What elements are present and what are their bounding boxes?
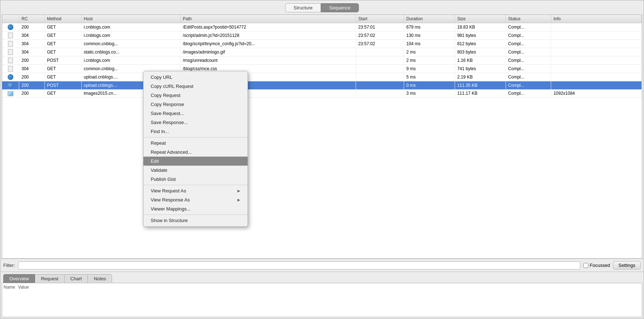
row-method-cell: GET	[44, 90, 81, 98]
menu-item[interactable]: Repeat Advanced...	[143, 148, 248, 157]
row-icon-cell	[2, 31, 19, 40]
row-info-cell	[551, 48, 642, 56]
row-path-cell: /EditPosts.aspx?postid=5014772	[180, 23, 356, 31]
row-start-cell	[356, 48, 404, 56]
request-table: RC Method Host Path Start Duration Size …	[2, 15, 642, 98]
menu-item-label: Viewer Mappings...	[151, 206, 190, 212]
focussed-checkbox[interactable]	[583, 263, 588, 268]
row-host-cell: common.cnblog...	[81, 40, 180, 48]
menu-divider	[143, 137, 248, 137]
col-header-host[interactable]: Host	[81, 15, 180, 23]
table-row[interactable]: 304GETcommon.cnblog.../blog/script/tinym…	[2, 40, 642, 48]
bottom-name-label: Name	[4, 285, 15, 290]
row-status-cell: Compl...	[506, 48, 551, 56]
row-duration-cell: 104 ms	[404, 40, 455, 48]
table-row[interactable]: 304GETi.cnblogs.com/script/admin.js?id=2…	[2, 31, 642, 40]
row-icon-cell	[2, 65, 19, 73]
row-path-cell: /msg/unreadcount	[180, 56, 356, 65]
menu-divider	[143, 214, 248, 215]
menu-item[interactable]: Show in Structure	[143, 216, 248, 225]
row-method-cell: GET	[44, 73, 81, 81]
row-status-cell: Compl...	[506, 81, 551, 90]
row-start-cell	[356, 56, 404, 65]
row-duration-cell: 130 ms	[404, 31, 455, 40]
filter-input[interactable]	[18, 261, 580, 269]
menu-item[interactable]: Edit	[143, 157, 248, 166]
row-icon-cell	[2, 23, 19, 31]
row-method-cell: GET	[44, 65, 81, 73]
menu-item[interactable]: Validate	[143, 166, 248, 175]
row-icon-cell	[2, 48, 19, 56]
menu-item-label: Repeat	[151, 140, 166, 146]
row-status-cell: Compl...	[506, 90, 551, 98]
row-size-cell: 111.35 KB	[455, 81, 506, 90]
col-header-info[interactable]: Info	[551, 15, 642, 23]
menu-item[interactable]: View Response As▶	[143, 195, 248, 204]
tab-sequence[interactable]: Sequence	[321, 3, 359, 12]
menu-item[interactable]: Save Response...	[143, 118, 248, 127]
row-size-cell: 812 bytes	[455, 40, 506, 48]
menu-item[interactable]: Viewer Mappings...	[143, 204, 248, 213]
doc-icon	[8, 41, 13, 47]
menu-item[interactable]: Find In...	[143, 127, 248, 136]
row-method-cell: GET	[44, 31, 81, 40]
table-row[interactable]: 200GETimages2015.cn.../blog/490781/20151…	[2, 90, 642, 98]
main-container: Structure Sequence RC Method	[0, 0, 644, 319]
filter-bar: Filter: Focussed Settings	[0, 259, 644, 272]
row-info-cell	[551, 31, 642, 40]
row-status-cell: Compl...	[506, 65, 551, 73]
row-rc-cell: 304	[19, 48, 44, 56]
row-status-cell: Compl...	[506, 31, 551, 40]
row-info-cell	[551, 56, 642, 65]
menu-item[interactable]: Copy Response	[143, 100, 248, 109]
doc-icon	[8, 33, 13, 38]
col-header-start[interactable]: Start	[356, 15, 404, 23]
col-header-duration[interactable]: Duration	[404, 15, 455, 23]
globe-icon	[8, 74, 13, 80]
bottom-panel: OverviewRequestChartNotes Name Value	[0, 272, 644, 319]
settings-button[interactable]: Settings	[613, 261, 641, 269]
row-start-cell	[356, 65, 404, 73]
row-duration-cell: 0 ms	[404, 81, 455, 90]
menu-item[interactable]: Copy Request	[143, 91, 248, 100]
col-header-rc[interactable]: RC	[19, 15, 44, 23]
menu-item[interactable]: View Request As▶	[143, 186, 248, 195]
col-header-path[interactable]: Path	[180, 15, 356, 23]
table-row[interactable]: 200GETi.cnblogs.com/EditPosts.aspx?posti…	[2, 23, 642, 31]
table-row[interactable]: 200GETupload.cnblogs..../ImageUploader/U…	[2, 73, 642, 81]
row-rc-cell: 304	[19, 31, 44, 40]
row-info-cell	[551, 65, 642, 73]
menu-item[interactable]: Copy cURL Request	[143, 82, 248, 91]
col-header-status[interactable]: Status	[506, 15, 551, 23]
table-row[interactable]: 304GETcommon.cnblog.../blog/css/mce.css9…	[2, 65, 642, 73]
row-size-cell: 741 bytes	[455, 65, 506, 73]
menu-item-label: Copy Response	[151, 102, 184, 107]
row-duration-cell: 5 ms	[404, 73, 455, 81]
col-header-size[interactable]: Size	[455, 15, 506, 23]
menu-item[interactable]: Save Request...	[143, 109, 248, 118]
bottom-tab-bar: OverviewRequestChartNotes	[0, 272, 644, 283]
tab-structure[interactable]: Structure	[285, 3, 321, 12]
bottom-tab-request[interactable]: Request	[35, 274, 64, 283]
row-rc-cell: 200	[19, 23, 44, 31]
menu-item[interactable]: Repeat	[143, 139, 248, 148]
img-icon	[8, 91, 13, 96]
row-duration-cell: 679 ms	[404, 23, 455, 31]
menu-item[interactable]: Copy URL	[143, 73, 248, 82]
row-start-cell: 23:57:02	[356, 31, 404, 40]
table-row[interactable]: 304GETstatic.cnblogs.co.../images/adminl…	[2, 48, 642, 56]
menu-item[interactable]: Publish Gist	[143, 175, 248, 184]
bottom-tab-notes[interactable]: Notes	[88, 274, 112, 283]
col-header-method[interactable]: Method	[44, 15, 81, 23]
row-duration-cell: 3 ms	[404, 90, 455, 98]
menu-item-label: Find In...	[151, 129, 169, 134]
row-info-cell: 1092x1084	[551, 90, 642, 98]
bottom-tab-overview[interactable]: Overview	[3, 274, 35, 283]
menu-item-label: View Response As	[151, 197, 190, 203]
bottom-tab-chart[interactable]: Chart	[65, 274, 88, 283]
submenu-arrow-icon: ▶	[237, 198, 240, 202]
table-row[interactable]: 200POSTi.cnblogs.com/msg/unreadcount2 ms…	[2, 56, 642, 65]
top-tab-bar: Structure Sequence	[0, 0, 644, 14]
table-row[interactable]: 200POSTupload.cnblogs..../imageuploader/…	[2, 81, 642, 90]
menu-item-label: Show in Structure	[151, 218, 188, 223]
